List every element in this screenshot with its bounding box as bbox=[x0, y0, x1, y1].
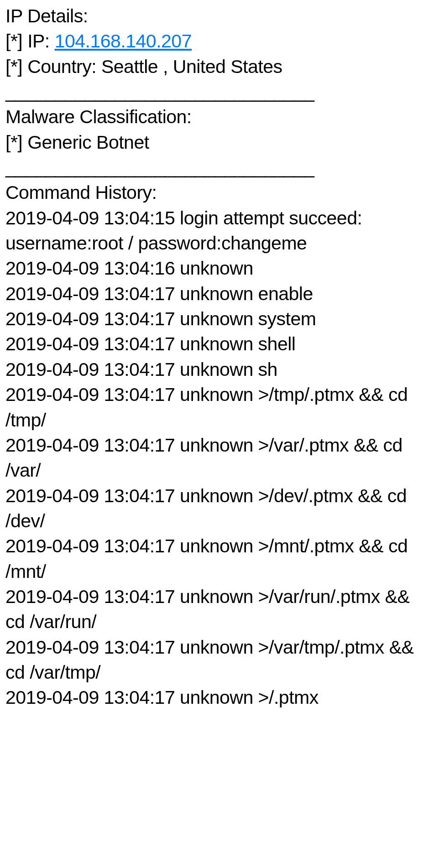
history-entry: 2019-04-09 13:04:17 unknown system bbox=[5, 307, 429, 332]
history-entry: 2019-04-09 13:04:17 unknown shell bbox=[5, 332, 429, 357]
history-entry: 2019-04-09 13:04:17 unknown >/var/.ptmx … bbox=[5, 433, 429, 483]
ip-details-header: IP Details: bbox=[5, 4, 429, 29]
history-entry: 2019-04-09 13:04:17 unknown >/var/tmp/.p… bbox=[5, 635, 429, 686]
history-entry: 2019-04-09 13:04:17 unknown >/tmp/.ptmx … bbox=[5, 382, 429, 433]
history-entry: 2019-04-09 13:04:15 login attempt succee… bbox=[5, 206, 429, 256]
history-entry: 2019-04-09 13:04:17 unknown >/mnt/.ptmx … bbox=[5, 534, 429, 584]
history-entry: 2019-04-09 13:04:16 unknown bbox=[5, 256, 429, 281]
history-entry: 2019-04-09 13:04:17 unknown >/dev/.ptmx … bbox=[5, 483, 429, 534]
ip-link[interactable]: 104.168.140.207 bbox=[55, 31, 192, 52]
ip-prefix: [*] IP: bbox=[5, 31, 55, 52]
history-entry: 2019-04-09 13:04:17 unknown >/.ptmx bbox=[5, 685, 429, 710]
divider: _______________________________ bbox=[5, 155, 429, 180]
ip-line: [*] IP: 104.168.140.207 bbox=[5, 29, 429, 54]
command-history-header: Command History: bbox=[5, 180, 429, 205]
history-entry: 2019-04-09 13:04:17 unknown enable bbox=[5, 281, 429, 307]
malware-header: Malware Classification: bbox=[5, 104, 429, 130]
history-entry: 2019-04-09 13:04:17 unknown sh bbox=[5, 357, 429, 382]
history-entry: 2019-04-09 13:04:17 unknown >/var/run/.p… bbox=[5, 584, 429, 635]
country-line: [*] Country: Seattle , United States bbox=[5, 54, 429, 79]
divider: _______________________________ bbox=[5, 79, 429, 104]
malware-line: [*] Generic Botnet bbox=[5, 130, 429, 155]
